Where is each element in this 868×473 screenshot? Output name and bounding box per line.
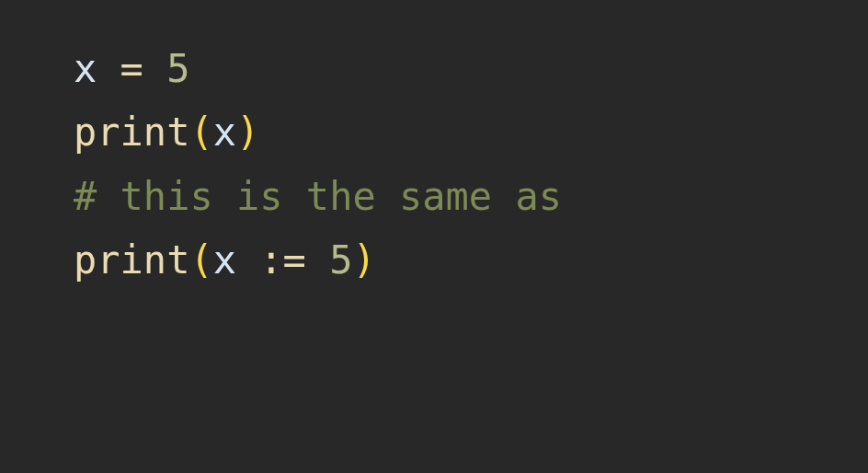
comment-token: # this is the same as bbox=[74, 174, 562, 219]
paren-close-token: ) bbox=[236, 110, 259, 155]
operator-token: := bbox=[259, 237, 306, 283]
code-line-2: print(x) bbox=[74, 100, 868, 164]
number-token: 5 bbox=[329, 237, 352, 283]
number-token: 5 bbox=[166, 46, 189, 91]
function-token: print bbox=[74, 237, 189, 283]
variable-token: x bbox=[213, 237, 236, 283]
variable-token: x bbox=[213, 110, 236, 155]
code-block: x = 5print(x)# this is the same asprint(… bbox=[74, 37, 868, 292]
paren-open-token: ( bbox=[189, 237, 212, 283]
space-token bbox=[143, 46, 166, 91]
paren-open-token: ( bbox=[189, 110, 212, 155]
code-line-6: print(x := 5) bbox=[74, 228, 868, 292]
function-token: print bbox=[74, 110, 189, 155]
code-line-1: x = 5 bbox=[74, 37, 868, 100]
space-token bbox=[97, 46, 120, 91]
paren-close-token: ) bbox=[353, 237, 376, 283]
space-token bbox=[236, 237, 259, 283]
code-line-4: # this is the same as bbox=[74, 165, 868, 228]
space-token bbox=[306, 237, 329, 283]
variable-token: x bbox=[74, 46, 97, 91]
operator-token: = bbox=[120, 46, 143, 91]
